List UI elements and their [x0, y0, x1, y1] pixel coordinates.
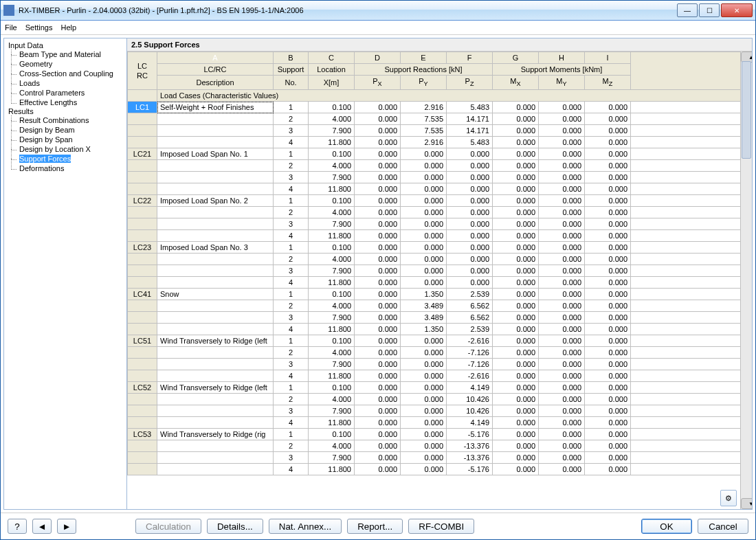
cell: 3.489 [401, 312, 447, 324]
table-row[interactable]: LC21Imposed Load Span No. 110.1000.0000.… [128, 148, 752, 160]
table-row[interactable]: LC23Imposed Load Span No. 310.1000.0000.… [128, 242, 752, 254]
next-page-button[interactable]: ► [57, 519, 76, 534]
scroll-thumb[interactable] [742, 61, 751, 159]
row-id[interactable]: LC21 [128, 148, 157, 160]
menu-help[interactable]: Help [60, 23, 76, 32]
report-button[interactable]: Report... [347, 519, 403, 534]
table-row[interactable]: 37.9000.0003.4896.5620.0000.0000.000 [128, 312, 752, 324]
calculation-button[interactable]: Calculation [135, 519, 201, 534]
app-icon [3, 5, 14, 16]
col-letter[interactable]: A [157, 52, 274, 64]
col-letter[interactable]: C [309, 52, 355, 64]
row-id[interactable]: LC1 [128, 102, 157, 113]
rf-combi-button[interactable]: RF-COMBI [408, 519, 474, 534]
table-row[interactable]: 24.0000.0000.000-13.3760.0000.0000.000 [128, 440, 752, 452]
table-row[interactable]: 37.9000.0000.00010.4260.0000.0000.000 [128, 405, 752, 417]
cell: 3 [274, 359, 309, 370]
col-header: Support [274, 64, 309, 76]
details-button[interactable]: Details... [207, 519, 263, 534]
table-row[interactable]: LC51Wind Transversely to Ridge (left10.1… [128, 335, 752, 347]
table-row[interactable]: LC52Wind Transversely to Ridge (left10.1… [128, 382, 752, 394]
col-letter[interactable]: B [274, 52, 309, 64]
table-row[interactable]: 37.9000.0007.53514.1710.0000.0000.000 [128, 125, 752, 137]
help-button[interactable]: ? [8, 519, 27, 534]
tree-item[interactable]: Design by Location X [19, 145, 91, 153]
nat-annex-button[interactable]: Nat. Annex... [269, 519, 342, 534]
col-letter[interactable]: E [401, 52, 447, 64]
tree-item[interactable]: Result Combinations [19, 116, 89, 124]
tree-item[interactable]: Deformations [19, 164, 64, 172]
row-desc: Imposed Load Span No. 1 [157, 148, 274, 160]
table-row[interactable]: 411.8000.0000.0000.0000.0000.0000.000 [128, 230, 752, 242]
table-row[interactable]: 37.9000.0000.0000.0000.0000.0000.000 [128, 265, 752, 277]
tree-item[interactable]: Loads [19, 79, 40, 87]
table-row[interactable]: 24.0000.0007.53514.1710.0000.0000.000 [128, 113, 752, 125]
table-row[interactable]: 411.8000.0002.9165.4830.0000.0000.000 [128, 137, 752, 148]
menu-file[interactable]: File [5, 23, 17, 32]
cell: 0.000 [355, 265, 401, 277]
menu-settings[interactable]: Settings [25, 23, 53, 32]
cell: 0.000 [447, 207, 493, 218]
close-button[interactable]: ✕ [721, 3, 753, 17]
table-row[interactable]: 37.9000.0000.000-7.1260.0000.0000.000 [128, 359, 752, 370]
table-row[interactable]: 24.0000.0000.000-7.1260.0000.0000.000 [128, 347, 752, 359]
row-id[interactable]: LC53 [128, 429, 157, 440]
col-letter[interactable]: I [585, 52, 631, 64]
tree-item[interactable]: Cross-Section and Coupling [19, 69, 113, 78]
cell: 0.000 [493, 440, 539, 452]
cell: -13.376 [447, 440, 493, 452]
table-row[interactable]: LC1Self-Weight + Roof Finishes10.1000.00… [128, 102, 752, 113]
tree-item[interactable]: Control Parameters [19, 89, 85, 97]
col-letter[interactable]: G [493, 52, 539, 64]
section-header: Load Cases (Characteristic Values) [157, 90, 752, 102]
tree-group[interactable]: Results [4, 106, 38, 116]
table-row[interactable]: 37.9000.0000.0000.0000.0000.0000.000 [128, 218, 752, 230]
settings-icon[interactable]: ⚙ [720, 490, 737, 506]
minimize-button[interactable]: — [677, 3, 698, 17]
cancel-button[interactable]: Cancel [698, 519, 748, 534]
row-id[interactable]: LC51 [128, 335, 157, 347]
col-header: No. [274, 76, 309, 90]
table-row[interactable]: 411.8000.0000.000-5.1760.0000.0000.000 [128, 464, 752, 475]
table-row[interactable]: 24.0000.0000.0000.0000.0000.0000.000 [128, 254, 752, 265]
maximize-button[interactable]: ☐ [699, 3, 720, 17]
tree-item[interactable]: Geometry [19, 60, 52, 68]
col-letter[interactable]: F [447, 52, 493, 64]
table-row[interactable]: 411.8000.0000.0004.1490.0000.0000.000 [128, 417, 752, 429]
table-row[interactable]: 24.0000.0000.00010.4260.0000.0000.000 [128, 394, 752, 405]
row-id[interactable]: LC22 [128, 195, 157, 207]
cell: 0.000 [539, 207, 585, 218]
vertical-scrollbar[interactable]: ▲ ▼ [740, 52, 752, 509]
prev-page-button[interactable]: ◄ [32, 519, 52, 534]
table-row[interactable]: 24.0000.0000.0000.0000.0000.0000.000 [128, 207, 752, 218]
row-id[interactable]: LC52 [128, 382, 157, 394]
table-row[interactable]: 411.8000.0001.3502.5390.0000.0000.000 [128, 324, 752, 335]
table-row[interactable]: 411.8000.0000.000-2.6160.0000.0000.000 [128, 370, 752, 382]
table-row[interactable]: LC53Wind Transversely to Ridge (rig10.10… [128, 429, 752, 440]
table-row[interactable]: 411.8000.0000.0000.0000.0000.0000.000 [128, 277, 752, 289]
cell: 0.000 [585, 394, 631, 405]
table-row[interactable]: 411.8000.0000.0000.0000.0000.0000.000 [128, 183, 752, 195]
ok-button[interactable]: OK [641, 519, 692, 534]
cell: 11.800 [309, 370, 355, 382]
table-row[interactable]: LC41Snow10.1000.0001.3502.5390.0000.0000… [128, 289, 752, 300]
scroll-down-icon[interactable]: ▼ [741, 498, 752, 509]
tree-item[interactable]: Beam Type and Material [19, 50, 101, 58]
tree-item[interactable]: Effective Lengths [19, 98, 77, 106]
row-id[interactable]: LC23 [128, 242, 157, 254]
table-row[interactable]: 37.9000.0000.0000.0000.0000.0000.000 [128, 172, 752, 183]
support-forces-grid[interactable]: LCRCABCDEFGHILC/RCSupportLocationSupport… [127, 52, 752, 475]
tree-item[interactable]: Support Forces [19, 155, 71, 163]
table-row[interactable]: 24.0000.0003.4896.5620.0000.0000.000 [128, 300, 752, 312]
tree-item[interactable]: Design by Beam [19, 126, 75, 134]
table-row[interactable]: 37.9000.0000.000-13.3760.0000.0000.000 [128, 452, 752, 464]
tree-group[interactable]: Input Data [4, 41, 47, 50]
table-row[interactable]: LC22Imposed Load Span No. 210.1000.0000.… [128, 195, 752, 207]
cell: 0.000 [355, 148, 401, 160]
col-letter[interactable]: D [355, 52, 401, 64]
table-row[interactable]: 24.0000.0000.0000.0000.0000.0000.000 [128, 160, 752, 172]
col-letter[interactable]: H [539, 52, 585, 64]
tree-item[interactable]: Design by Span [19, 135, 73, 144]
cell: 0.000 [493, 242, 539, 254]
row-id[interactable]: LC41 [128, 289, 157, 300]
